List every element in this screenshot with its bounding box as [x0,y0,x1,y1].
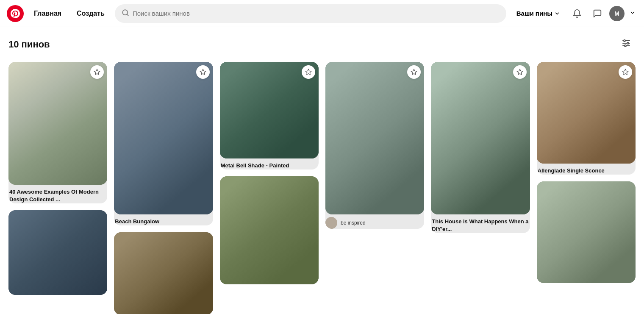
user-avatar-button[interactable]: M [609,6,625,21]
pin-card[interactable] [220,176,319,284]
pinterest-logo[interactable] [7,5,24,22]
pin-label: Metal Bell Shade - Painted [220,162,319,170]
pin-label: Beach Bungalow [114,218,213,225]
column-2: Metal Bell Shade - Painted [220,62,319,284]
pin-label: 40 Awesome Examples Of Modern Design Col… [8,188,107,203]
svg-marker-11 [411,69,417,75]
header: Главная Создать Ваши пины M [0,0,644,27]
pin-card[interactable] [537,181,636,283]
column-4: This House is What Happens When a DIY'er… [431,62,530,233]
svg-point-7 [625,45,626,47]
account-chevron-button[interactable] [628,8,637,19]
pin-card[interactable]: Allenglade Single Sconce [537,62,636,175]
nav-create-button[interactable]: Создать [72,6,110,21]
column-1: Beach Bungalow [114,62,213,314]
header-right: Ваши пины M [511,5,637,22]
pin-card[interactable]: This House is What Happens When a DIY'er… [431,62,530,233]
search-input[interactable] [133,10,500,17]
column-0: 40 Awesome Examples Of Modern Design Col… [8,62,107,295]
pin-save-button[interactable] [196,65,210,79]
board-main: 10 пинов [0,27,644,314]
search-bar [115,4,506,23]
pin-card[interactable]: Metal Bell Shade - Painted [220,62,319,170]
board-title: 10 пинов [8,39,50,50]
svg-marker-13 [622,69,628,75]
notification-button[interactable] [569,5,586,22]
pin-card[interactable] [114,232,213,314]
user-avatar [325,217,337,229]
pin-save-button[interactable] [513,65,527,79]
pin-label: This House is What Happens When a DIY'er… [431,218,530,233]
board-header: 10 пинов [8,36,636,53]
user-name: be inspired [341,220,366,226]
column-5: Allenglade Single Sconce [537,62,636,283]
svg-point-6 [627,42,629,44]
pin-card[interactable]: be inspired [325,62,424,229]
pin-save-button[interactable] [619,65,632,79]
svg-marker-9 [200,69,205,75]
svg-marker-8 [94,69,100,75]
message-button[interactable] [589,5,606,22]
search-icon [122,9,129,18]
filter-button[interactable] [617,36,636,53]
pin-label: Allenglade Single Sconce [537,167,636,175]
svg-marker-12 [517,69,522,75]
pin-card[interactable]: 40 Awesome Examples Of Modern Design Col… [8,62,107,203]
column-3: be inspired [325,62,424,229]
your-pins-button[interactable]: Ваши пины [511,6,565,20]
svg-marker-10 [305,69,311,75]
pin-card[interactable]: Beach Bungalow [114,62,213,225]
nav-home-button[interactable]: Главная [29,6,67,21]
pin-save-button[interactable] [302,65,315,79]
pin-user-row: be inspired [325,217,424,229]
svg-line-1 [127,14,128,15]
pins-grid: 40 Awesome Examples Of Modern Design Col… [8,62,636,314]
pin-card[interactable] [8,210,107,295]
svg-point-5 [624,40,625,42]
